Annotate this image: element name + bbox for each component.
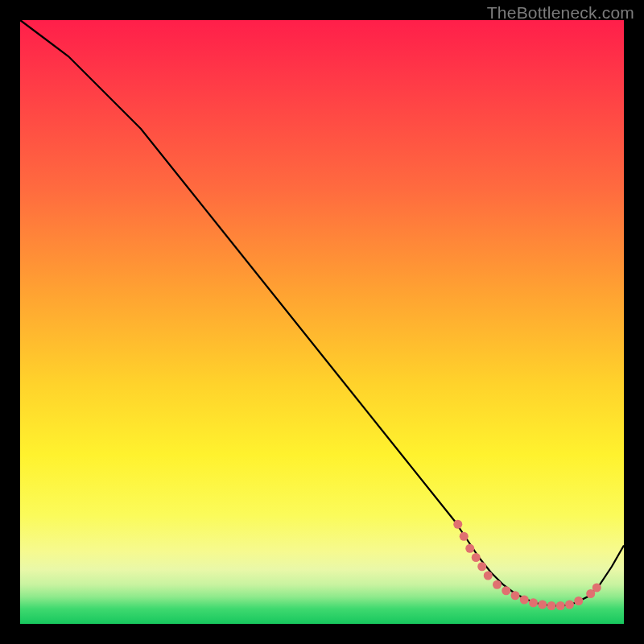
data-marker xyxy=(565,601,574,609)
data-marker xyxy=(472,553,481,562)
data-marker xyxy=(460,532,469,541)
data-marker xyxy=(592,584,601,592)
chart-frame: TheBottleneck.com xyxy=(0,0,644,644)
data-marker xyxy=(538,601,547,609)
chart-svg xyxy=(20,20,624,624)
data-marker xyxy=(493,580,502,589)
data-marker xyxy=(465,544,474,553)
data-marker xyxy=(477,562,486,571)
data-marker xyxy=(520,596,529,605)
data-markers xyxy=(453,520,601,610)
bottleneck-curve xyxy=(20,20,624,606)
data-marker xyxy=(502,586,510,595)
chart-plot-area xyxy=(20,20,624,624)
data-marker xyxy=(556,601,565,610)
data-marker xyxy=(529,598,538,607)
data-marker xyxy=(511,591,520,600)
data-marker xyxy=(453,520,462,529)
data-marker xyxy=(547,601,556,610)
watermark-text: TheBottleneck.com xyxy=(487,3,634,23)
data-marker xyxy=(574,597,583,605)
data-marker xyxy=(484,572,493,580)
